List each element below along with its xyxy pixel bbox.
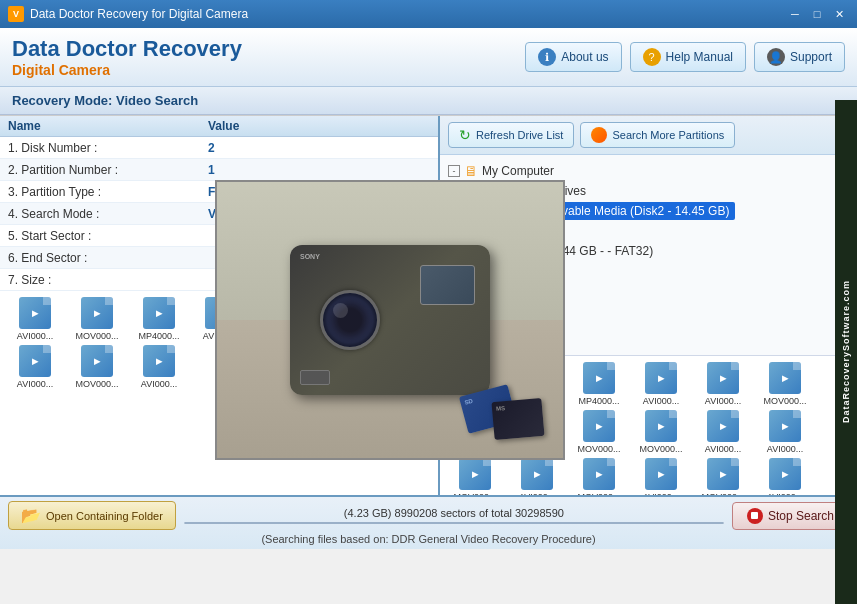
- info-row-name: 2. Partition Number :: [8, 163, 208, 177]
- help-manual-button[interactable]: ? Help Manual: [630, 42, 746, 72]
- file-label: AVI000...: [508, 492, 566, 495]
- list-item[interactable]: ▶AVI000...: [756, 410, 814, 454]
- file-label: AVI000...: [756, 444, 814, 454]
- file-icon: ▶: [707, 362, 739, 394]
- file-icon: ▶: [143, 297, 175, 329]
- app-logo: Data Doctor Recovery Digital Camera: [12, 36, 242, 78]
- open-folder-button[interactable]: 📂 Open Containing Folder: [8, 501, 176, 530]
- list-item[interactable]: ▶AVI000...: [508, 458, 566, 495]
- refresh-icon: ↻: [459, 127, 471, 143]
- file-label: MOV000...: [694, 492, 752, 495]
- list-item[interactable]: ▶AVI000...: [632, 458, 690, 495]
- title-bar-controls: ─ □ ✕: [785, 5, 849, 23]
- minimize-button[interactable]: ─: [785, 5, 805, 23]
- file-icon: ▶: [769, 362, 801, 394]
- file-icon: ▶: [707, 458, 739, 490]
- list-item[interactable]: ▶MOV000...: [756, 362, 814, 406]
- file-icon: ▶: [583, 410, 615, 442]
- app-icon: V: [8, 6, 24, 22]
- partition-icon: [591, 127, 607, 143]
- search-partitions-label: Search More Partitions: [612, 129, 724, 141]
- file-label: AVI000...: [6, 379, 64, 389]
- stop-search-button[interactable]: Stop Search: [732, 502, 849, 530]
- refresh-drive-button[interactable]: ↻ Refresh Drive List: [448, 122, 574, 148]
- support-button[interactable]: 👤 Support: [754, 42, 845, 72]
- list-item[interactable]: ▶MP4000...: [570, 362, 628, 406]
- list-item[interactable]: ▶AVI000...: [6, 345, 64, 389]
- file-label: MOV000...: [756, 396, 814, 406]
- recovery-mode-text: Recovery Mode: Video Search: [12, 93, 198, 108]
- list-item[interactable]: ▶AVI000...: [130, 345, 188, 389]
- file-icon: ▶: [645, 458, 677, 490]
- info-row-name: 1. Disk Number :: [8, 141, 208, 155]
- help-icon: ?: [643, 48, 661, 66]
- col-value-header: Value: [208, 119, 430, 133]
- list-item[interactable]: ▶MOV000...: [694, 458, 752, 495]
- app-subtitle: Digital Camera: [12, 62, 242, 78]
- list-item[interactable]: ▶MOV000...: [446, 458, 504, 495]
- file-icon: ▶: [645, 362, 677, 394]
- info-table-header: Name Value: [0, 116, 438, 137]
- file-icon: ▶: [459, 458, 491, 490]
- search-partitions-button[interactable]: Search More Partitions: [580, 122, 735, 148]
- list-item[interactable]: ▶AVI000...: [632, 362, 690, 406]
- support-icon: 👤: [767, 48, 785, 66]
- camera-body: SONY: [290, 245, 490, 395]
- list-item[interactable]: ▶MOV000...: [570, 410, 628, 454]
- list-item[interactable]: ▶MOV000...: [570, 458, 628, 495]
- status-text: (Searching files based on: DDR General V…: [261, 533, 595, 545]
- about-us-button[interactable]: ℹ About us: [525, 42, 621, 72]
- maximize-button[interactable]: □: [807, 5, 827, 23]
- file-icon: ▶: [143, 345, 175, 377]
- file-icon: ▶: [645, 410, 677, 442]
- file-icon: ▶: [583, 362, 615, 394]
- file-icon: ▶: [707, 410, 739, 442]
- info-row-value: 2: [208, 141, 430, 155]
- file-icon: ▶: [19, 297, 51, 329]
- list-item[interactable]: ▶AVI000...: [6, 297, 64, 341]
- info-row-value: 1: [208, 163, 430, 177]
- file-label: MOV000...: [570, 444, 628, 454]
- title-bar-left: V Data Doctor Recovery for Digital Camer…: [8, 6, 248, 22]
- info-row: 1. Disk Number :2: [0, 137, 438, 159]
- list-item[interactable]: ▶AVI000...: [756, 458, 814, 495]
- file-label: MOV000...: [446, 492, 504, 495]
- list-item[interactable]: ▶MOV000...: [68, 297, 126, 341]
- tree-expander-mycomputer[interactable]: -: [448, 165, 460, 177]
- progress-row: 📂 Open Containing Folder (4.23 GB) 89902…: [8, 501, 849, 530]
- list-item[interactable]: ▶MP4000...: [130, 297, 188, 341]
- app-title: Data Doctor Recovery: [12, 36, 242, 62]
- file-icon: ▶: [19, 345, 51, 377]
- stop-icon: [747, 508, 763, 524]
- file-label: MOV000...: [68, 331, 126, 341]
- close-button[interactable]: ✕: [829, 5, 849, 23]
- file-label: MOV000...: [632, 444, 690, 454]
- file-label: MP4000...: [570, 396, 628, 406]
- title-bar: V Data Doctor Recovery for Digital Camer…: [0, 0, 857, 28]
- computer-icon: 🖥: [464, 163, 478, 179]
- list-item[interactable]: ▶AVI000...: [694, 410, 752, 454]
- file-icon: ▶: [81, 345, 113, 377]
- info-row-name: 3. Partition Type :: [8, 185, 208, 199]
- info-row-name: 7. Size :: [8, 273, 208, 287]
- file-label: MP4000...: [130, 331, 188, 341]
- tree-item-mycomputer[interactable]: - 🖥 My Computer: [448, 161, 849, 181]
- file-icon: ▶: [81, 297, 113, 329]
- file-icon: ▶: [769, 458, 801, 490]
- list-item[interactable]: ▶MOV000...: [68, 345, 126, 389]
- help-manual-label: Help Manual: [666, 50, 733, 64]
- camera-preview-overlay: SONY SD MS: [215, 180, 565, 460]
- progress-info: (4.23 GB) 8990208 sectors of total 30298…: [184, 507, 724, 519]
- file-icon: ▶: [583, 458, 615, 490]
- list-item[interactable]: ▶AVI000...: [694, 362, 752, 406]
- app-header: Data Doctor Recovery Digital Camera ℹ Ab…: [0, 28, 857, 87]
- file-label: AVI000...: [6, 331, 64, 341]
- list-item[interactable]: ▶MOV000...: [632, 410, 690, 454]
- watermark-text: DataRecoverySoftware.com: [841, 280, 851, 423]
- progress-bar-container: [184, 522, 724, 524]
- refresh-drive-label: Refresh Drive List: [476, 129, 563, 141]
- title-bar-text: Data Doctor Recovery for Digital Camera: [30, 7, 248, 21]
- my-computer-label: My Computer: [482, 164, 554, 178]
- info-row-name: 6. End Sector :: [8, 251, 208, 265]
- camera-preview-image: SONY SD MS: [217, 182, 563, 458]
